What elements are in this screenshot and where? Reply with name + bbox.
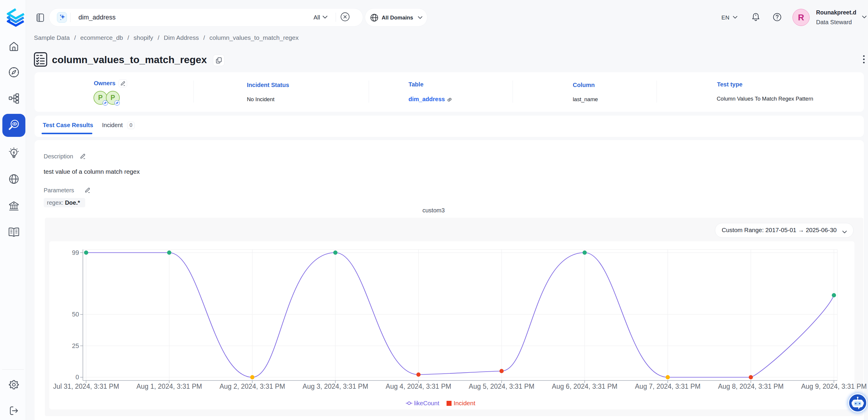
svg-text:likeCount: likeCount xyxy=(414,400,439,407)
svg-text:Jul 31, 2024, 3:31 PM: Jul 31, 2024, 3:31 PM xyxy=(53,383,119,390)
svg-text:Aug 9, 2024, 3:31 PM: Aug 9, 2024, 3:31 PM xyxy=(801,383,867,390)
svg-text:50: 50 xyxy=(72,310,79,318)
svg-text:Aug 3, 2024, 3:31 PM: Aug 3, 2024, 3:31 PM xyxy=(303,383,368,390)
svg-text:99: 99 xyxy=(72,249,79,256)
svg-text:Aug 6, 2024, 3:31 PM: Aug 6, 2024, 3:31 PM xyxy=(552,383,618,390)
svg-text:Aug 8, 2024, 3:31 PM: Aug 8, 2024, 3:31 PM xyxy=(718,383,784,390)
svg-text:Aug 5, 2024, 3:31 PM: Aug 5, 2024, 3:31 PM xyxy=(469,383,534,390)
svg-text:Incident: Incident xyxy=(454,400,475,407)
svg-text:Aug 2, 2024, 3:31 PM: Aug 2, 2024, 3:31 PM xyxy=(219,383,285,390)
svg-text:Aug 4, 2024, 3:31 PM: Aug 4, 2024, 3:31 PM xyxy=(386,383,452,390)
svg-text:Aug 7, 2024, 3:31 PM: Aug 7, 2024, 3:31 PM xyxy=(635,383,701,390)
svg-text:25: 25 xyxy=(72,342,79,350)
svg-text:Aug 1, 2024, 3:31 PM: Aug 1, 2024, 3:31 PM xyxy=(136,383,202,390)
svg-text:0: 0 xyxy=(75,373,79,381)
